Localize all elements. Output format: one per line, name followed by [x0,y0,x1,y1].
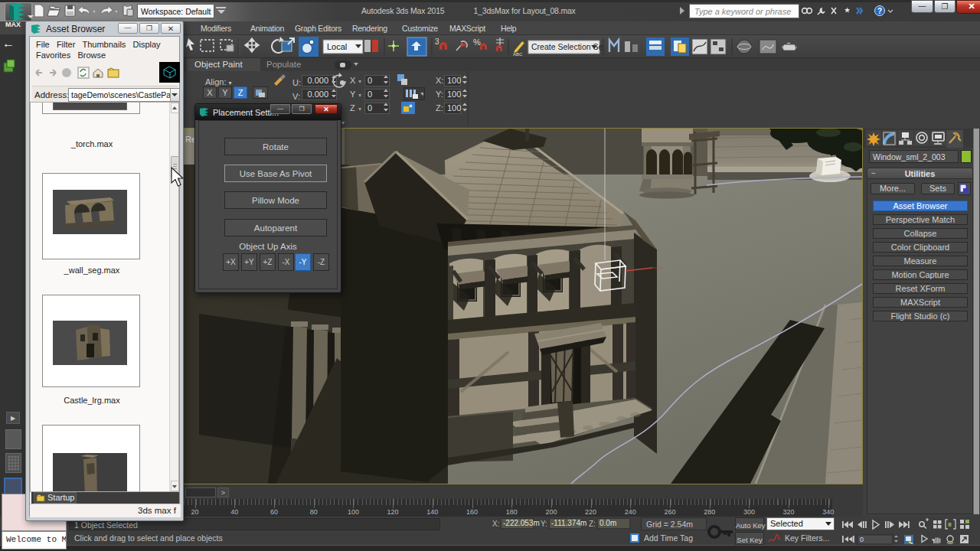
svg-text:Create Selection Se: Create Selection Se [531,42,603,51]
svg-text:3: 3 [435,37,439,46]
svg-text:%: % [473,37,481,47]
svg-text:Local: Local [327,42,347,51]
svg-text:0: 0 [860,536,864,543]
svg-text:?: ? [877,7,882,15]
svg-text:ABC: ABC [513,52,523,57]
